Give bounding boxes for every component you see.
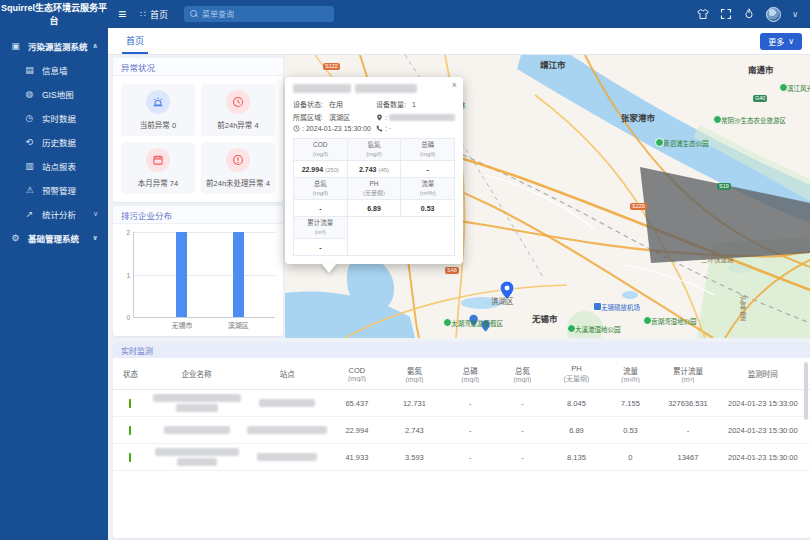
enterprise-distribution-panel: 排污企业分布 2 1 0 无锡市 滨湖区 [113,206,283,336]
home-nav-label: 首页 [150,8,168,21]
phone-value: · [389,125,391,132]
alert-circle-icon [226,148,250,172]
table-row[interactable]: 22.994 2.743 - - 6.89 0.53 - 2024-01-23 … [113,417,810,444]
theme-skin-icon[interactable] [697,8,709,20]
status-dot-online [129,453,131,462]
more-button-label: 更多 [768,36,784,47]
sidebar-group-label: 基础管理系统 [28,232,79,244]
flow-value: 0 [604,453,656,462]
sidebar-item-station-report[interactable]: ▥ 站点报表 [0,154,108,178]
monitor-time: 2024-01-23 15:30:00 [719,453,806,462]
sidebar: ▣ 污染源监测系统 ∧ ▤ 信息墙 ◍ GIS地图 ◷ 实时数据 ⟲ 历史数据 … [0,28,108,540]
user-menu-chevron-icon[interactable]: ∨ [792,10,798,19]
company-name-redacted [176,404,218,412]
location-pin-icon [376,114,383,121]
calendar-icon [146,148,170,172]
more-button[interactable]: 更多 ∨ [760,33,802,50]
station-name-redacted [259,399,315,407]
sidebar-item-label: 实时数据 [42,112,76,124]
panel-title: 异常状况 [113,58,283,76]
metric-unit: (mg/l) [313,190,328,196]
ph-value: 6.89 [549,426,605,435]
metric-name: COD [313,141,327,148]
menu-toggle-icon[interactable]: ≡ [118,6,126,22]
metric-value: 22.994 [302,166,323,173]
device-count-value: 1 [412,101,416,108]
card-label: 本月异常 74 [138,177,178,188]
metric-name: 累计流量 [307,219,333,226]
siren-icon [146,90,170,114]
metric-value: 6.89 [367,205,381,212]
company-name-redacted [177,458,217,466]
col-time: 监测时间 [719,368,806,379]
user-avatar[interactable] [766,7,781,22]
gear-icon: ⚙ [10,233,21,243]
app-logo: Squirrel生态环境云服务平台 [0,1,108,27]
address-redacted [389,114,455,121]
x-axis-label: 无锡市 [171,320,192,330]
cod-value: 41.933 [329,453,385,462]
metric-name: 流量 [421,180,434,187]
sidebar-group-base-management[interactable]: ⚙ 基础管理系统 ∨ [0,226,108,250]
col-tp: 总磷(mg/l) [444,365,496,383]
table-row[interactable]: 65.437 12.731 - - 8.045 7.155 327636.531… [113,390,810,417]
sidebar-item-label: GIS地图 [42,88,74,100]
abnormal-status-panel: 异常状况 当前异常 0 前24h异常 4 [113,58,283,202]
sidebar-item-label: 预警管理 [42,184,76,196]
history-icon: ⟲ [24,137,35,147]
metric-value: - [426,166,428,173]
col-total-flow: 累计流量(m³) [657,365,720,383]
table-row[interactable]: 41.933 3.593 - - 8.135 0 13467 2024-01-2… [113,444,810,471]
device-status-value: 在用 [329,99,343,109]
sidebar-item-gis-map[interactable]: ◍ GIS地图 [0,82,108,106]
status-dot-online [129,426,131,435]
monitor-table: 状态 企业名称 站点 COD(mg/l) 氨氮(mg/l) 总磷(mg/l) 总… [113,358,810,471]
home-nav[interactable]: ∷ 首页 [140,8,168,21]
sidebar-item-realtime-data[interactable]: ◷ 实时数据 [0,106,108,130]
close-icon[interactable]: × [452,80,457,90]
metric-value: 2.743 [359,166,377,173]
x-axis-label: 滨湖区 [228,320,249,330]
sidebar-group-pollution-monitor[interactable]: ▣ 污染源监测系统 ∧ [0,34,108,58]
ph-value: 8.135 [549,453,605,462]
col-cod: COD(mg/l) [329,366,385,382]
metric-name: 总氮 [314,180,327,187]
tn-value: - [496,453,548,462]
monitor-time: 2024-01-23 15:30:00 [719,426,806,435]
clock-icon [293,125,300,132]
sidebar-item-statistics[interactable]: ↗ 统计分析 ∨ [0,202,108,226]
col-tn: 总氮(mg/l) [496,365,548,383]
sidebar-item-history-data[interactable]: ⟲ 历史数据 [0,130,108,154]
col-ph: PH(无量纲) [549,364,605,383]
card-current-abnormal[interactable]: 当前异常 0 [121,84,195,136]
enterprise-bar-chart: 2 1 0 无锡市 滨湖区 [113,224,283,336]
card-24h-unhandled-abnormal[interactable]: 前24h未处理异常 4 [201,142,275,194]
card-label: 当前异常 0 [140,119,176,130]
tab-bar: 首页 更多 ∨ [108,28,810,55]
popup-time-value: 2024-01-23 15:30:00 [306,125,371,132]
metric-unit: (无量纲) [363,190,385,196]
top-bar: Squirrel生态环境云服务平台 ≡ ∷ 首页 ∨ [0,0,810,28]
card-label: 前24h异常 4 [217,119,258,130]
main-content: 异常状况 当前异常 0 前24h异常 4 [108,55,810,540]
realtime-monitor-panel: 实时监测 状态 企业名称 站点 COD(mg/l) 氨氮(mg/l) 总磷(mg… [113,342,810,538]
sidebar-item-alert-management[interactable]: ⚠ 预警管理 [0,178,108,202]
phone-separator: : [385,125,387,132]
card-month-abnormal[interactable]: 本月异常 74 [121,142,195,194]
phone-icon [376,125,383,132]
region-value: 滨湖区 [329,112,350,122]
sidebar-item-label: 历史数据 [42,136,76,148]
table-scrollbar[interactable] [804,362,808,420]
search-input[interactable] [202,10,328,19]
tp-value: - [444,426,496,435]
popup-pointer [321,263,337,273]
line-chart-icon: ↗ [24,209,35,219]
tab-home[interactable]: 首页 [122,28,148,54]
sidebar-item-info-wall[interactable]: ▤ 信息墙 [0,58,108,82]
company-name-redacted [153,394,241,402]
menu-search[interactable] [184,6,334,22]
dashboard-icon: ▤ [24,65,35,75]
fullscreen-icon[interactable] [720,8,732,20]
card-24h-abnormal[interactable]: 前24h异常 4 [201,84,275,136]
flame-icon[interactable] [743,8,755,20]
